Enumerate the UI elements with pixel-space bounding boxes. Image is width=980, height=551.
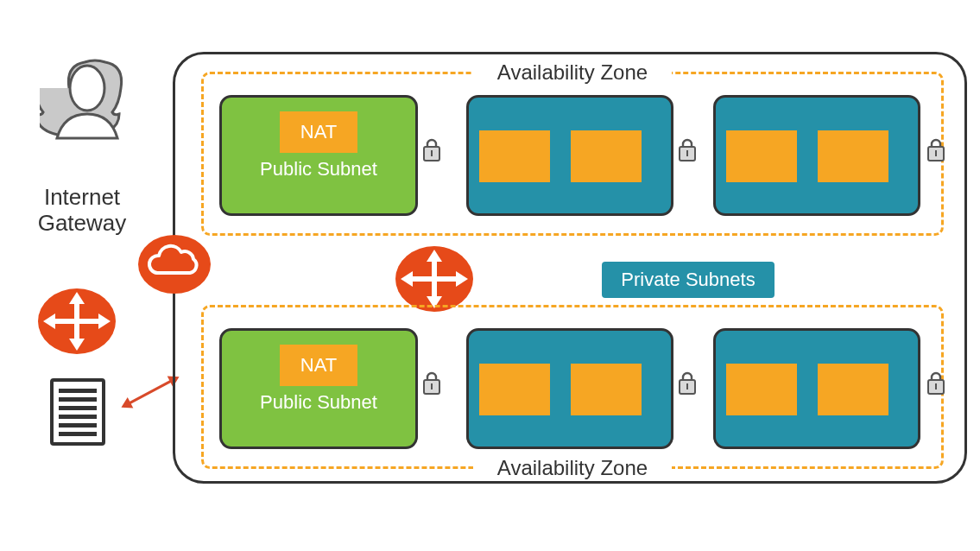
internet-gateway-label: Internet Gateway <box>17 185 147 237</box>
internet-gateway-label-line1: Internet <box>44 184 120 210</box>
availability-zone-top: Availability Zone NAT Public Subnet <box>201 72 944 236</box>
availability-zone-bottom: Availability Zone NAT Public Subnet <box>201 305 944 469</box>
svg-rect-9 <box>59 432 97 436</box>
internet-gateway-cloud-icon <box>136 233 212 295</box>
availability-zone-label: Availability Zone <box>473 60 672 85</box>
internet-gateway-label-line2: Gateway <box>38 210 127 236</box>
private-subnet-bottom-b <box>713 328 920 449</box>
private-subnet-bottom-a <box>466 328 673 449</box>
instance-block <box>571 130 642 182</box>
svg-marker-11 <box>118 397 133 413</box>
private-subnets-label: Private Subnets <box>602 262 775 298</box>
nat-box: NAT <box>280 345 357 386</box>
svg-rect-5 <box>59 397 97 402</box>
route-table-icon <box>395 246 473 312</box>
vpc-container: Availability Zone NAT Public Subnet Priv… <box>173 52 967 484</box>
server-icon <box>48 377 107 447</box>
instance-block <box>726 130 797 182</box>
svg-rect-8 <box>59 423 97 428</box>
public-subnet-top: NAT Public Subnet <box>219 95 418 216</box>
public-subnet-label: Public Subnet <box>222 158 415 180</box>
lock-icon <box>926 370 946 396</box>
lock-icon <box>926 136 946 162</box>
nat-box: NAT <box>280 111 357 153</box>
lock-icon <box>421 136 442 162</box>
private-subnet-top-b <box>713 95 920 216</box>
public-subnet-bottom: NAT Public Subnet <box>219 328 418 449</box>
lock-icon <box>421 370 442 396</box>
instance-block <box>726 364 797 415</box>
svg-rect-6 <box>59 406 97 410</box>
external-routing-icon <box>38 288 116 354</box>
instance-block <box>818 130 888 182</box>
instance-block <box>818 364 888 415</box>
svg-rect-7 <box>59 415 97 419</box>
availability-zone-label: Availability Zone <box>473 456 672 480</box>
lock-icon <box>677 136 698 162</box>
lock-icon <box>677 370 698 396</box>
svg-rect-4 <box>59 389 97 393</box>
instance-block <box>479 364 550 415</box>
svg-line-10 <box>128 380 174 404</box>
private-subnet-top-a <box>466 95 673 216</box>
user-icon <box>40 48 135 143</box>
svg-point-2 <box>70 66 104 111</box>
instance-block <box>479 130 550 182</box>
instance-block <box>571 364 642 415</box>
public-subnet-label: Public Subnet <box>222 391 415 414</box>
